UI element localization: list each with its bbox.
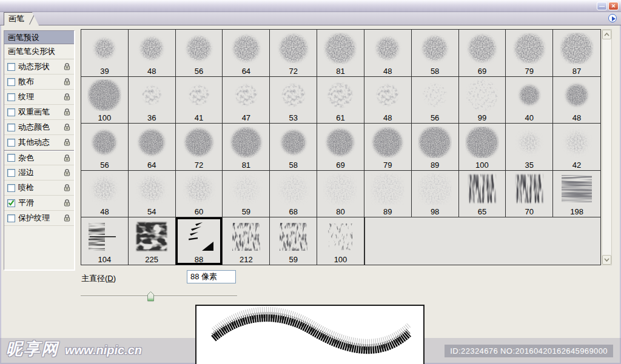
brush-preset[interactable]: 100 xyxy=(81,77,129,124)
checkbox-texture[interactable] xyxy=(7,93,15,101)
brush-preset[interactable]: 100 xyxy=(459,124,506,171)
brush-thumbnail xyxy=(323,78,357,113)
brush-preset[interactable]: 98 xyxy=(412,171,459,218)
brush-preset[interactable]: 72 xyxy=(270,30,317,77)
brush-preset[interactable]: 64 xyxy=(223,30,270,77)
brush-preset[interactable]: 42 xyxy=(553,124,600,171)
brush-grid: 3948566472814858697987100364147536148569… xyxy=(81,29,601,265)
tab-brushes[interactable]: 画笔 xyxy=(4,12,39,25)
sidebar-item-smoothing[interactable]: 平滑 xyxy=(4,196,74,211)
brush-preset[interactable]: 48 xyxy=(81,171,129,218)
checkbox-smoothing-checked[interactable] xyxy=(7,199,15,207)
chevron-down-icon xyxy=(604,258,609,262)
checkbox-shape-dynamics[interactable] xyxy=(7,63,15,71)
minimize-button[interactable]: — xyxy=(597,2,607,10)
lock-icon[interactable] xyxy=(63,154,71,162)
brush-preset[interactable]: 87 xyxy=(553,30,600,77)
sidebar-item-airbrush[interactable]: 喷枪 xyxy=(4,180,74,196)
brush-preset[interactable]: 65 xyxy=(459,171,506,218)
sidebar-item-scattering[interactable]: 散布 xyxy=(4,74,74,90)
brush-preset[interactable]: 81 xyxy=(223,124,270,171)
brush-preset[interactable]: 56 xyxy=(412,77,459,124)
scrollbar[interactable] xyxy=(602,29,612,265)
brush-preset[interactable]: 79 xyxy=(364,124,412,171)
brush-preset[interactable]: 104 xyxy=(81,217,129,265)
brush-preset[interactable]: 40 xyxy=(506,77,553,124)
brush-preset[interactable]: 56 xyxy=(81,124,129,171)
slider-track[interactable] xyxy=(81,296,237,297)
brush-preset[interactable]: 68 xyxy=(270,171,317,218)
brush-preset[interactable]: 225 xyxy=(129,217,176,265)
checkbox-wet-edges[interactable] xyxy=(7,169,15,177)
lock-icon[interactable] xyxy=(63,184,71,191)
brush-preset[interactable]: 99 xyxy=(459,77,506,124)
sidebar-item-wet-edges[interactable]: 湿边 xyxy=(4,165,74,180)
brush-preset[interactable]: 81 xyxy=(317,30,364,77)
brush-preset[interactable]: 48 xyxy=(364,77,412,124)
checkbox-other-dynamics[interactable] xyxy=(7,139,15,147)
brush-preset[interactable]: 72 xyxy=(176,124,223,171)
checkbox-color-dynamics[interactable] xyxy=(7,124,15,131)
lock-icon[interactable] xyxy=(63,108,71,116)
lock-icon[interactable] xyxy=(63,214,71,222)
brush-preset[interactable]: 89 xyxy=(364,171,412,218)
lock-icon[interactable] xyxy=(63,63,71,70)
sidebar-item-brush-presets[interactable]: 画笔预设 xyxy=(4,31,74,44)
brush-preset[interactable]: 47 xyxy=(223,77,270,124)
brush-preset[interactable]: 58 xyxy=(270,124,317,171)
scroll-down-button[interactable] xyxy=(602,255,611,265)
brush-preset[interactable]: 79 xyxy=(506,30,553,77)
checkbox-scattering[interactable] xyxy=(7,78,15,86)
sidebar-item-dual-brush[interactable]: 双重画笔 xyxy=(4,105,74,120)
brush-preset[interactable]: 64 xyxy=(129,124,176,171)
brush-preset[interactable]: 80 xyxy=(317,171,364,218)
sidebar-item-color-dynamics[interactable]: 动态颜色 xyxy=(4,120,74,135)
sidebar-item-texture[interactable]: 纹理 xyxy=(4,90,74,105)
close-button[interactable]: ✕ xyxy=(608,2,619,10)
sidebar-item-brush-tip-shape[interactable]: 画笔笔尖形状 xyxy=(4,44,74,59)
diameter-value-input[interactable] xyxy=(187,270,236,283)
brush-preset[interactable]: 69 xyxy=(317,124,364,171)
scroll-up-button[interactable] xyxy=(602,30,611,39)
brush-preset[interactable]: 56 xyxy=(176,30,223,77)
sidebar-item-noise[interactable]: 杂色 xyxy=(4,150,74,165)
checkbox-airbrush[interactable] xyxy=(7,184,15,192)
brush-preset[interactable]: 35 xyxy=(506,124,553,171)
brush-preset[interactable]: 198 xyxy=(553,171,600,218)
brush-preset[interactable]: 212 xyxy=(223,217,270,265)
brush-preset[interactable]: 36 xyxy=(129,77,176,124)
diameter-slider[interactable] xyxy=(81,291,237,302)
panel-menu-button[interactable] xyxy=(608,14,617,22)
brush-preset[interactable]: 48 xyxy=(364,30,412,77)
slider-thumb[interactable] xyxy=(147,291,154,302)
brush-preset-selected[interactable]: 88 xyxy=(176,217,223,265)
brush-preset[interactable]: 59 xyxy=(270,217,317,265)
brush-preset[interactable]: 61 xyxy=(317,77,364,124)
checkbox-dual-brush[interactable] xyxy=(7,108,15,116)
checkbox-noise[interactable] xyxy=(7,154,15,162)
lock-icon[interactable] xyxy=(63,139,71,146)
checkbox-protect-texture[interactable] xyxy=(7,214,15,222)
lock-icon[interactable] xyxy=(63,199,71,207)
lock-icon[interactable] xyxy=(63,124,71,131)
brush-thumbnail xyxy=(135,31,169,66)
brush-preset[interactable]: 54 xyxy=(129,171,176,218)
brush-preset[interactable]: 48 xyxy=(129,30,176,77)
brush-preset[interactable]: 53 xyxy=(270,77,317,124)
lock-icon[interactable] xyxy=(63,169,71,176)
brush-preset[interactable]: 39 xyxy=(81,30,129,77)
sidebar-item-other-dynamics[interactable]: 其他动态 xyxy=(4,135,74,150)
sidebar-item-shape-dynamics[interactable]: 动态形状 xyxy=(4,59,74,74)
brush-preset[interactable]: 100 xyxy=(317,217,364,265)
sidebar-item-protect-texture[interactable]: 保护纹理 xyxy=(4,211,74,226)
brush-preset[interactable]: 59 xyxy=(223,171,270,218)
brush-preset[interactable]: 70 xyxy=(506,171,553,218)
brush-preset[interactable]: 60 xyxy=(176,171,223,218)
brush-preset[interactable]: 41 xyxy=(176,77,223,124)
brush-preset[interactable]: 48 xyxy=(553,77,600,124)
brush-preset[interactable]: 69 xyxy=(459,30,506,77)
lock-icon[interactable] xyxy=(63,78,71,85)
brush-preset[interactable]: 58 xyxy=(412,30,459,77)
brush-preset[interactable]: 89 xyxy=(412,124,459,171)
lock-icon[interactable] xyxy=(63,93,71,101)
